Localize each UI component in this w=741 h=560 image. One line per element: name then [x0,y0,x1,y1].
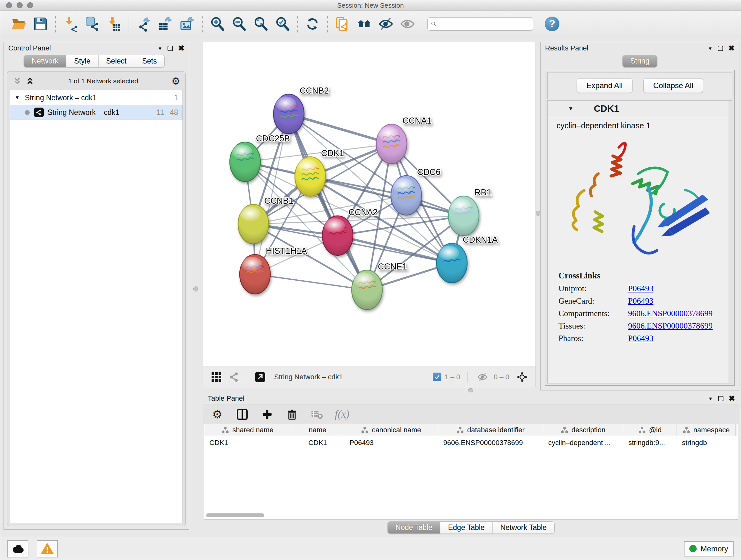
network-node-CCNB2[interactable]: CCNB2 [273,86,329,134]
table-panel-menu-caret[interactable]: ▼ [708,396,713,401]
network-edge[interactable] [289,114,392,144]
column-type-icon [456,426,464,434]
zoom-in-button[interactable] [208,15,226,33]
export-table-button[interactable] [156,15,175,33]
hide-selected-button[interactable] [377,15,395,33]
delete-column-icon[interactable] [285,408,299,422]
crosslinks-list: Uniprot:P06493GeneCard:P06493Compartment… [558,284,732,343]
first-neighbors-button[interactable] [355,15,374,33]
network-canvas[interactable]: CCNB2CCNA1CDC25BCDK1CDC6RB1CCNB1CCNA2CDK… [203,42,536,367]
fit-content-crosshair-icon[interactable] [515,370,529,384]
zoom-out-button[interactable] [230,15,248,33]
import-table-button[interactable] [105,15,123,33]
zoom-selected-button[interactable] [273,15,292,33]
crosslink-label: Pharos: [558,334,628,343]
tab-string[interactable]: String [623,55,657,67]
splitter-handle-left[interactable] [193,287,198,292]
column-header-@id[interactable]: @id [623,424,677,436]
control-panel-float-button[interactable] [167,46,173,51]
column-header-shared-name[interactable]: shared name [204,424,291,436]
collapse-all-networks-icon[interactable] [25,76,35,86]
crosslink-link[interactable]: P06493 [628,284,653,294]
node-label: CDC25B [256,134,290,143]
tab-network[interactable]: Network [24,55,66,67]
refresh-layout-button[interactable] [303,15,322,33]
cloud-status-button[interactable] [7,540,28,557]
warnings-button[interactable] [37,540,58,557]
network-node-HIST1H1A[interactable]: HIST1H1A [240,246,307,294]
table-panel-float-button[interactable] [718,396,724,401]
network-options-gear-icon[interactable]: ⚙ [172,75,180,87]
network-view: CCNB2CCNA1CDC25BCDK1CDC6RB1CCNB1CCNA2CDK… [203,42,536,387]
table-options-gear-icon[interactable]: ⚙ [210,408,224,422]
show-columns-icon[interactable] [235,408,249,422]
results-panel-close-button[interactable]: ✖ [728,44,735,53]
zoom-fit-button[interactable] [252,15,270,33]
search-input[interactable] [436,19,530,28]
memory-button[interactable]: Memory [684,541,734,557]
gene-expand-caret[interactable]: ▼ [568,106,574,112]
create-column-icon[interactable] [260,408,274,422]
show-all-button[interactable] [398,15,417,33]
table-panel-close-button[interactable]: ✖ [729,394,735,403]
toolbar-separator [55,15,56,33]
network-node-CDKN1A[interactable]: CDKN1A [436,235,498,283]
network-tree: ▼ String Network – cdk1 1 String Network… [10,90,183,523]
crosslink-link[interactable]: 9606.ENSP00000378699 [628,309,713,318]
protein-structure-image [556,133,716,267]
column-header-description[interactable]: description [543,424,623,436]
collapse-all-button[interactable]: Collapse All [643,78,703,93]
column-header-namespace[interactable]: namespace [677,424,736,436]
collection-expand-caret[interactable]: ▼ [15,95,20,101]
crosslink-link[interactable]: 9606.ENSP00000378699 [628,321,713,331]
copy-network-button[interactable] [333,15,352,33]
column-header-name[interactable]: name [291,424,344,436]
network-share-icon[interactable] [227,370,241,384]
column-type-icon [361,426,368,434]
tab-style[interactable]: Style [66,55,98,67]
results-scrollbar[interactable] [728,101,732,383]
expand-all-networks-icon[interactable] [12,76,22,86]
results-panel-float-button[interactable] [718,46,723,51]
splitter-handle-bottom[interactable] [468,388,473,392]
export-network-button[interactable] [135,15,153,33]
network-node-CCNE1[interactable]: CCNE1 [352,262,407,310]
table-horizontal-scrollbar[interactable] [206,513,736,518]
control-panel-menu-caret[interactable]: ▼ [158,46,162,51]
column-header-database-identifier[interactable]: database identifier [438,424,543,436]
save-session-button[interactable] [31,15,50,33]
network-node-CCNA2[interactable]: CCNA2 [322,207,378,255]
results-panel-menu-caret[interactable]: ▼ [708,46,713,51]
import-network-database-button[interactable] [83,15,102,33]
expand-all-button[interactable]: Expand All [577,78,632,93]
export-image-button[interactable] [178,15,197,33]
network-edge[interactable] [255,274,367,290]
tab-select[interactable]: Select [98,55,135,67]
birds-eye-view-icon[interactable] [209,370,223,384]
crosslink-link[interactable]: P06493 [628,296,653,306]
selected-nodes-checkbox[interactable] [433,373,441,381]
crosslink-label: Compartments: [558,309,628,318]
control-panel-title: Control Panel [8,44,51,52]
tab-network-table[interactable]: Network Table [493,522,554,534]
crosslink-link[interactable]: P06493 [628,334,653,343]
open-session-button[interactable] [10,15,28,33]
tab-sets[interactable]: Sets [134,55,164,67]
scrollbar-thumb[interactable] [206,513,264,517]
splitter-handle-right[interactable] [536,211,540,216]
search-box[interactable] [427,17,533,30]
network-row[interactable]: String Network – cdk1 11 48 [10,105,183,120]
network-node-RB1[interactable]: RB1 [448,188,491,236]
table-row[interactable]: CDK1CDK1P064939606.ENSP00000378699cyclin… [204,436,738,449]
detach-view-icon[interactable] [253,370,267,384]
node-label: CCNA2 [348,207,378,217]
tab-node-table[interactable]: Node Table [388,522,441,534]
import-network-file-button[interactable] [61,15,80,33]
help-button[interactable]: ? [545,17,559,31]
network-collection-row[interactable]: ▼ String Network – cdk1 1 [10,90,183,105]
column-header-canonical-name[interactable]: canonical name [344,424,438,436]
control-panel-close-button[interactable]: ✖ [178,44,185,53]
network-edge[interactable] [338,236,452,263]
network-graph[interactable]: CCNB2CCNA1CDC25BCDK1CDC6RB1CCNB1CCNA2CDK… [203,42,536,367]
tab-edge-table[interactable]: Edge Table [441,522,493,534]
